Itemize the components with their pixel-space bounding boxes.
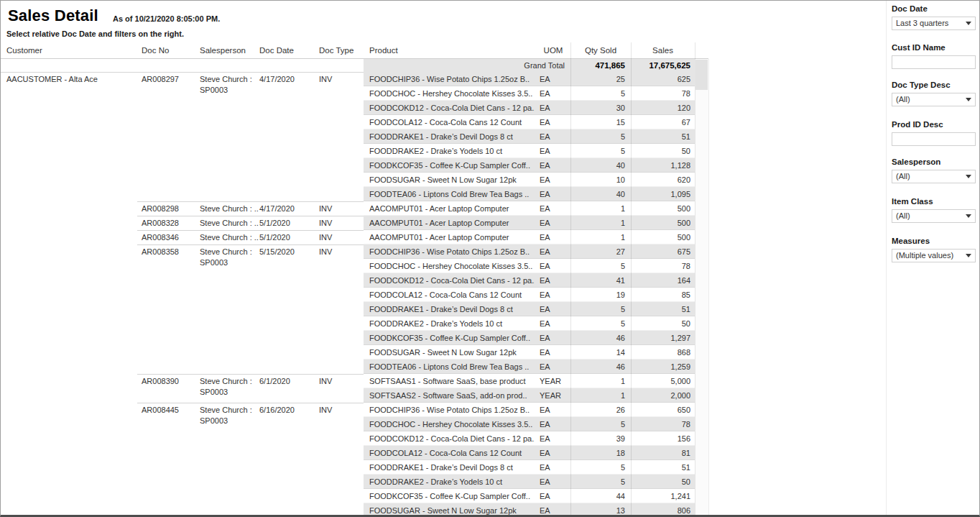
col-header-sales[interactable]: Sales <box>631 42 695 58</box>
qty-sold-cell[interactable]: 44 <box>570 489 625 503</box>
product-cell[interactable]: FOODKCOF35 - Coffee K-Cup Sampler Coff.. <box>369 489 535 503</box>
doc-date-cell[interactable]: 5/1/2020 <box>259 232 290 243</box>
product-cell[interactable]: FOODSUGAR - Sweet N Low Sugar 12pk <box>369 173 535 187</box>
uom-cell[interactable]: EA <box>540 158 571 173</box>
qty-sold-cell[interactable]: 15 <box>570 115 625 129</box>
product-cell[interactable]: FOODCHOC - Hershey Chocolate Kisses 3.5.… <box>369 417 535 431</box>
sales-cell[interactable]: 500 <box>631 201 690 216</box>
table-row[interactable]: AACOMPUT01 - Acer Laptop ComputerEA1500 <box>364 216 695 230</box>
sales-cell[interactable]: 620 <box>631 173 690 187</box>
sales-cell[interactable]: 500 <box>631 216 690 230</box>
table-row[interactable]: FOODCOKD12 - Coca-Cola Diet Cans - 12 pa… <box>364 101 695 115</box>
sales-cell[interactable]: 1,128 <box>631 158 690 173</box>
sales-cell[interactable]: 120 <box>631 101 690 115</box>
product-cell[interactable]: FOODCHIP36 - Wise Potato Chips 1.25oz B.… <box>369 244 535 259</box>
uom-cell[interactable]: EA <box>540 446 571 460</box>
salesperson-cell[interactable]: Steve Church :SP0003 <box>200 376 252 398</box>
uom-cell[interactable]: EA <box>540 173 571 187</box>
table-row[interactable]: AACOMPUT01 - Acer Laptop ComputerEA1500 <box>364 201 695 216</box>
doc-date-cell[interactable]: 6/16/2020 <box>259 405 295 416</box>
col-header-salesperson[interactable]: Salesperson <box>200 42 246 58</box>
doc-type-desc-dropdown[interactable]: (All) <box>892 93 976 106</box>
sales-cell[interactable]: 81 <box>631 446 690 460</box>
product-cell[interactable]: FOODCOLA12 - Coca-Cola Cans 12 Count <box>369 115 535 129</box>
doc-type-cell[interactable]: INV <box>319 376 332 387</box>
product-cell[interactable]: FOODCHIP36 - Wise Potato Chips 1.25oz B.… <box>369 403 535 417</box>
table-row[interactable]: SOFTSAAS2 - Software SaaS, add-on prod..… <box>364 388 695 403</box>
uom-cell[interactable]: EA <box>540 273 571 288</box>
qty-sold-cell[interactable]: 13 <box>570 503 625 517</box>
qty-sold-cell[interactable]: 1 <box>570 230 625 244</box>
qty-sold-cell[interactable]: 19 <box>570 288 625 302</box>
table-scrollbar-track[interactable] <box>695 59 709 516</box>
product-cell[interactable]: FOODCOLA12 - Coca-Cola Cans 12 Count <box>369 288 535 302</box>
qty-sold-cell[interactable]: 14 <box>570 345 625 360</box>
table-row[interactable]: FOODTEA06 - Liptons Cold Brew Tea Bags .… <box>364 187 695 201</box>
qty-sold-cell[interactable]: 5 <box>570 302 625 316</box>
table-row[interactable]: FOODSUGAR - Sweet N Low Sugar 12pkEA1062… <box>364 173 695 187</box>
product-cell[interactable]: FOODCOKD12 - Coca-Cola Diet Cans - 12 pa… <box>369 273 535 288</box>
sales-cell[interactable]: 650 <box>631 403 690 417</box>
measures-dropdown[interactable]: (Multiple values) <box>892 249 976 262</box>
table-row[interactable]: FOODCOKD12 - Coca-Cola Diet Cans - 12 pa… <box>364 273 695 288</box>
product-cell[interactable]: FOODDRAKE2 - Drake’s Yodels 10 ct <box>369 475 535 489</box>
product-cell[interactable]: FOODDRAKE1 - Drake’s Devil Dogs 8 ct <box>369 302 535 316</box>
doc-no-cell[interactable]: AR008346 <box>142 232 179 243</box>
grand-total-sales[interactable]: 17,675,625 <box>631 58 690 73</box>
qty-sold-cell[interactable]: 1 <box>570 201 625 216</box>
table-row[interactable]: FOODDRAKE2 - Drake’s Yodels 10 ctEA550 <box>364 144 695 158</box>
doc-type-cell[interactable]: INV <box>319 218 332 229</box>
qty-sold-cell[interactable]: 26 <box>570 403 625 417</box>
col-header-doc-date[interactable]: Doc Date <box>259 42 294 58</box>
qty-sold-cell[interactable]: 5 <box>570 475 625 489</box>
table-row[interactable]: FOODTEA06 - Liptons Cold Brew Tea Bags .… <box>364 360 695 374</box>
table-row[interactable]: FOODCOLA12 - Coca-Cola Cans 12 CountEA15… <box>364 115 695 129</box>
col-header-qty-sold[interactable]: Qty Sold <box>570 42 631 58</box>
sales-cell[interactable]: 868 <box>631 345 690 360</box>
qty-sold-cell[interactable]: 5 <box>570 417 625 431</box>
uom-cell[interactable]: EA <box>540 403 571 417</box>
uom-cell[interactable]: EA <box>540 259 571 273</box>
sales-cell[interactable]: 2,000 <box>631 388 690 403</box>
qty-sold-cell[interactable]: 5 <box>570 259 625 273</box>
uom-cell[interactable]: EA <box>540 288 571 302</box>
sales-cell[interactable]: 156 <box>631 431 690 446</box>
doc-date-cell[interactable]: 5/1/2020 <box>259 218 290 229</box>
product-cell[interactable]: FOODCHOC - Hershey Chocolate Kisses 3.5.… <box>369 86 535 101</box>
doc-no-cell[interactable]: AR008358 <box>142 247 179 257</box>
uom-cell[interactable]: EA <box>540 244 571 259</box>
doc-date-cell[interactable]: 4/17/2020 <box>259 203 295 214</box>
table-row[interactable]: FOODKCOF35 - Coffee K-Cup Sampler Coff..… <box>364 158 695 173</box>
uom-cell[interactable]: EA <box>540 460 571 475</box>
sales-cell[interactable]: 51 <box>631 302 690 316</box>
uom-cell[interactable]: EA <box>540 316 571 331</box>
table-row[interactable]: FOODCHOC - Hershey Chocolate Kisses 3.5.… <box>364 86 695 101</box>
col-header-product[interactable]: Product <box>369 42 398 58</box>
table-row[interactable]: FOODSUGAR - Sweet N Low Sugar 12pkEA1380… <box>364 503 695 517</box>
table-row[interactable]: FOODDRAKE1 - Drake’s Devil Dogs 8 ctEA55… <box>364 460 695 475</box>
product-cell[interactable]: SOFTSAAS1 - Software SaaS, base product <box>369 374 535 388</box>
cust-id-name-input[interactable] <box>892 55 976 69</box>
qty-sold-cell[interactable]: 5 <box>570 144 625 158</box>
product-cell[interactable]: FOODTEA06 - Liptons Cold Brew Tea Bags .… <box>369 360 535 374</box>
qty-sold-cell[interactable]: 10 <box>570 173 625 187</box>
doc-type-cell[interactable]: INV <box>319 203 332 214</box>
col-header-customer[interactable]: Customer <box>6 42 42 58</box>
col-header-doc-no[interactable]: Doc No <box>142 42 169 58</box>
table-row[interactable]: FOODCOKD12 - Coca-Cola Diet Cans - 12 pa… <box>364 431 695 446</box>
sales-cell[interactable]: 78 <box>631 86 690 101</box>
salesperson-cell[interactable]: Steve Church :SP0003 <box>200 247 252 268</box>
uom-cell[interactable]: EA <box>540 101 571 115</box>
uom-cell[interactable]: EA <box>540 331 571 345</box>
qty-sold-cell[interactable]: 46 <box>570 331 625 345</box>
salesperson-cell[interactable]: Steve Church : .. <box>200 218 259 229</box>
sales-cell[interactable]: 78 <box>631 417 690 431</box>
qty-sold-cell[interactable]: 30 <box>570 101 625 115</box>
uom-cell[interactable]: EA <box>540 129 571 144</box>
table-row[interactable]: FOODCHOC - Hershey Chocolate Kisses 3.5.… <box>364 417 695 431</box>
sales-cell[interactable]: 50 <box>631 144 690 158</box>
sales-cell[interactable]: 51 <box>631 460 690 475</box>
product-cell[interactable]: FOODCOKD12 - Coca-Cola Diet Cans - 12 pa… <box>369 101 535 115</box>
table-row[interactable]: FOODDRAKE1 - Drake’s Devil Dogs 8 ctEA55… <box>364 302 695 316</box>
table-scrollbar-thumb[interactable] <box>695 60 708 90</box>
